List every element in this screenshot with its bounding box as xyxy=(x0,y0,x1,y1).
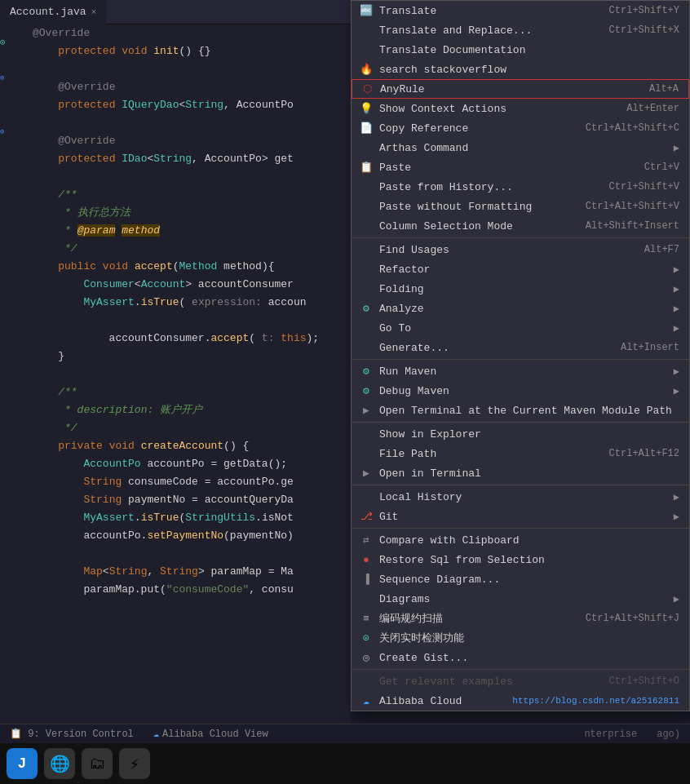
menu-label-analyze: Analyze xyxy=(379,303,424,315)
debug-maven-arrow-icon: ▶ xyxy=(674,385,679,397)
menu-label-show-explorer: Show in Explorer xyxy=(379,428,481,441)
menu-separator-2 xyxy=(352,359,689,360)
menu-item-stackoverflow[interactable]: 🔥 search stackoverflow xyxy=(352,60,689,79)
menu-item-analyze[interactable]: ⚙ Analyze ▶ xyxy=(352,299,689,318)
bottom-tab-version-control[interactable]: 📋 9: Version Control xyxy=(0,728,144,740)
code-scan-icon: ≡ xyxy=(360,612,373,625)
code-line: public void accept(Method method){ xyxy=(0,258,351,276)
menu-label-file-path: File Path xyxy=(379,448,436,460)
version-control-label: 📋 9: Version Control xyxy=(10,729,134,740)
ide-bottom-bar: 📋 9: Version Control ☁ Alibaba Cloud Vie… xyxy=(0,724,690,743)
menu-item-paste-history[interactable]: Paste from History... Ctrl+Shift+V xyxy=(352,177,689,197)
menu-item-find-usages[interactable]: Find Usages Alt+F7 xyxy=(352,240,689,259)
menu-item-sequence-diagram[interactable]: ▐ Sequence Diagram... xyxy=(352,569,689,589)
menu-label-stackoverflow: search stackoverflow xyxy=(379,64,506,76)
menu-item-compare-clipboard[interactable]: ⇄ Compare with Clipboard xyxy=(352,530,689,550)
menu-item-show-explorer[interactable]: Show in Explorer xyxy=(352,424,689,444)
taskbar-icon-2[interactable]: 🌐 xyxy=(44,748,75,779)
menu-item-paste-no-format[interactable]: Paste without Formatting Ctrl+Alt+Shift+… xyxy=(352,197,689,216)
bottom-tab-alibaba-cloud-view[interactable]: ☁ Alibaba Cloud View xyxy=(144,728,278,740)
menu-label-column-mode: Column Selection Mode xyxy=(379,220,513,233)
menu-label-translate-replace: Translate and Replace... xyxy=(379,24,532,37)
sequence-icon: ▐ xyxy=(360,573,373,586)
menu-item-copy-reference[interactable]: 📄 Copy Reference Ctrl+Alt+Shift+C xyxy=(352,118,689,138)
menu-item-open-terminal[interactable]: ▶ Open in Terminal xyxy=(352,463,689,483)
menu-item-generate[interactable]: Generate... Alt+Insert xyxy=(352,338,689,357)
menu-item-translate-replace[interactable]: Translate and Replace... Ctrl+Shift+X xyxy=(352,20,689,40)
menu-item-translate-doc[interactable]: Translate Documentation xyxy=(352,40,689,60)
menu-item-debug-maven[interactable]: ⚙ Debug Maven ▶ xyxy=(352,381,689,401)
code-line: /** xyxy=(0,383,351,401)
menu-label-find-usages: Find Usages xyxy=(379,244,449,256)
line-content: @Override xyxy=(29,132,351,150)
menu-label-paste: Paste xyxy=(379,162,411,174)
menu-shortcut-code-scan: Ctrl+Alt+Shift+J xyxy=(586,613,679,624)
taskbar-icon-3[interactable]: 🗂 xyxy=(82,748,113,779)
menu-item-translate[interactable]: 🔤 Translate Ctrl+Shift+Y xyxy=(352,1,689,20)
menu-item-folding[interactable]: Folding ▶ xyxy=(352,279,689,299)
menu-item-diagrams[interactable]: Diagrams ▶ xyxy=(352,589,689,609)
menu-item-arthas[interactable]: Arthas Command ▶ xyxy=(352,138,689,157)
menu-label-run-maven: Run Maven xyxy=(379,365,436,378)
git-icon: ⎇ xyxy=(360,510,373,523)
code-line: accountConsumer.accept( t: this); xyxy=(0,330,351,348)
menu-separator-3 xyxy=(352,422,689,423)
menu-label-local-history: Local History xyxy=(379,491,462,503)
menu-item-column-mode[interactable]: Column Selection Mode Alt+Shift+Insert xyxy=(352,216,689,236)
line-content: protected void init() {} xyxy=(29,42,351,60)
code-editor[interactable]: @Override ⊙ protected void init() {} ⊙ @… xyxy=(0,24,351,599)
tab-close-button[interactable]: × xyxy=(91,7,97,17)
translate-replace-icon xyxy=(360,24,373,37)
menu-item-file-path[interactable]: File Path Ctrl+Alt+F12 xyxy=(352,444,689,463)
editor-tab[interactable]: Account.java × xyxy=(0,0,106,24)
line-content: Map<String, String> paramMap = Ma xyxy=(29,563,351,581)
menu-label-get-relevant: Get relevant examples xyxy=(379,675,513,688)
menu-item-open-terminal-maven[interactable]: ▶ Open Terminal at the Current Maven Mod… xyxy=(352,401,689,420)
paste-no-format-icon xyxy=(360,200,373,213)
line-content: * 执行总方法 xyxy=(29,204,351,222)
column-mode-icon xyxy=(360,219,373,233)
file-path-icon xyxy=(360,447,373,460)
menu-separator-6 xyxy=(352,669,689,670)
menu-item-run-maven[interactable]: ⚙ Run Maven ▶ xyxy=(352,361,689,381)
menu-item-alibaba-cloud[interactable]: ☁ Alibaba Cloud https://blog.csdn.net/a2… xyxy=(352,691,689,711)
menu-label-translate-doc: Translate Documentation xyxy=(379,44,525,56)
menu-item-goto[interactable]: Go To ▶ xyxy=(352,318,689,338)
menu-item-realtime-monitor[interactable]: ⊙ 关闭实时检测功能 xyxy=(352,628,689,648)
menu-label-refactor: Refactor xyxy=(379,264,430,276)
taskbar-icon-1[interactable]: J xyxy=(7,748,38,779)
line-content: protected IDao<String, AccountPo> get xyxy=(29,150,351,168)
line-content: MyAssert.isTrue(StringUtils.isNot xyxy=(29,509,351,527)
anyrule-icon: ⬡ xyxy=(360,82,374,95)
menu-item-context-actions[interactable]: 💡 Show Context Actions Alt+Enter xyxy=(352,99,689,118)
menu-shortcut-column-mode: Alt+Shift+Insert xyxy=(586,220,679,232)
menu-separator-4 xyxy=(352,485,689,485)
menu-shortcut-context-actions: Alt+Enter xyxy=(626,103,679,114)
line-content: } xyxy=(29,348,351,365)
code-line xyxy=(0,545,351,563)
code-line xyxy=(0,312,351,330)
taskbar-icon-4[interactable]: ⚡ xyxy=(119,748,150,779)
code-line: protected IQueryDao<String, AccountPo xyxy=(0,96,351,114)
menu-item-refactor[interactable]: Refactor ▶ xyxy=(352,259,689,279)
menu-item-create-gist[interactable]: ◎ Create Gist... xyxy=(352,648,689,667)
code-line: AccountPo accountPo = getData(); xyxy=(0,455,351,473)
menu-item-anyrule[interactable]: ⬡ AnyRule Alt+A xyxy=(352,79,689,99)
menu-label-git: Git xyxy=(379,511,398,523)
taskbar: J 🌐 🗂 ⚡ xyxy=(0,743,690,784)
compare-icon: ⇄ xyxy=(360,534,373,547)
menu-item-paste[interactable]: 📋 Paste Ctrl+V xyxy=(352,157,689,177)
diagrams-arrow-icon: ▶ xyxy=(674,593,679,605)
menu-item-local-history[interactable]: Local History ▶ xyxy=(352,487,689,507)
menu-item-restore-sql[interactable]: ● Restore Sql from Selection xyxy=(352,550,689,569)
code-line: ⊙ protected void init() {} xyxy=(0,42,351,60)
bulb-icon: 💡 xyxy=(360,102,373,115)
menu-item-code-scan[interactable]: ≡ 编码规约扫描 Ctrl+Alt+Shift+J xyxy=(352,609,689,628)
refactor-arrow-icon: ▶ xyxy=(674,264,679,276)
menu-label-goto: Go To xyxy=(379,322,411,334)
menu-item-git[interactable]: ⎇ Git ▶ xyxy=(352,507,689,526)
arthas-arrow-icon: ▶ xyxy=(674,142,679,154)
menu-label-translate: Translate xyxy=(379,5,436,17)
translate-icon: 🔤 xyxy=(360,4,373,17)
history-arrow-icon: ▶ xyxy=(674,491,679,503)
